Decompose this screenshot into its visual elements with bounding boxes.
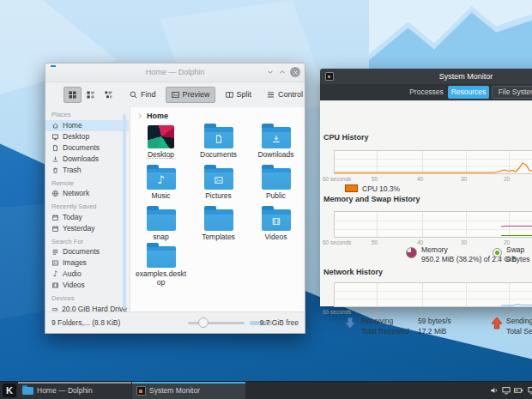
sidebar-item-desktop[interactable]: Desktop bbox=[45, 131, 129, 142]
cpu-usage-line bbox=[335, 151, 532, 173]
sidebar-item-yesterday[interactable]: Yesterday bbox=[45, 223, 129, 234]
clipped-tray-icon[interactable] bbox=[527, 385, 532, 396]
dolphin-statusbar: 9 Folders,... (8.8 KiB) 9.7 GiB free bbox=[45, 311, 305, 333]
tab-resources[interactable]: Resources bbox=[448, 86, 489, 99]
axis-60-seconds: 60 seconds bbox=[323, 240, 351, 246]
task-label: System Monitor bbox=[149, 387, 200, 395]
total-sent-label: Total Sent bbox=[506, 328, 532, 336]
folder-item-pictures[interactable]: Pictures bbox=[190, 164, 247, 205]
receiving-label: Receiving bbox=[361, 317, 393, 325]
sending-arrow-icon bbox=[491, 317, 503, 329]
dolphin-window[interactable]: Home — Dolphin Find Preview bbox=[45, 63, 305, 334]
audio-volume-icon[interactable] bbox=[489, 385, 499, 396]
folder-view[interactable]: Home Desktop Documents Downloads ♪Music … bbox=[130, 107, 305, 312]
folder-item-videos[interactable]: Videos bbox=[247, 205, 305, 246]
application-launcher-icon[interactable]: K bbox=[3, 384, 16, 397]
memory-swap-heading: Memory and Swap History bbox=[323, 196, 420, 203]
axis-20: 20 bbox=[504, 310, 510, 316]
maximize-icon[interactable] bbox=[278, 68, 287, 76]
system-monitor-window[interactable]: System Monitor Processes Resources File … bbox=[320, 69, 532, 306]
memory-swap-lines bbox=[335, 212, 532, 237]
receiving-arrow-icon bbox=[344, 317, 356, 329]
folder-icon bbox=[262, 168, 291, 190]
tab-processes[interactable]: Processes bbox=[406, 86, 447, 99]
display-icon[interactable] bbox=[501, 385, 511, 396]
folder-icon bbox=[204, 127, 233, 148]
sidebar-item-downloads[interactable]: Downloads bbox=[45, 154, 129, 165]
axis-50: 50 bbox=[372, 240, 378, 246]
icons-view-button[interactable] bbox=[63, 87, 82, 103]
folder-item-examples-desktop[interactable]: examples.desktop bbox=[132, 246, 190, 287]
compact-view-button[interactable] bbox=[82, 87, 100, 103]
axis-60-seconds: 60 seconds bbox=[323, 310, 351, 316]
axis-60-seconds: 60 seconds bbox=[323, 177, 351, 183]
sidebar-item-today[interactable]: Today bbox=[45, 212, 129, 223]
folder-icon bbox=[204, 209, 233, 231]
cpu-legend-value: 10.3% bbox=[379, 185, 400, 193]
folder-item-snap[interactable]: snap bbox=[132, 205, 190, 246]
breadcrumb-home[interactable]: Home bbox=[147, 112, 168, 120]
desktop-folder-preview-icon bbox=[148, 125, 174, 148]
dolphin-titlebar[interactable]: Home — Dolphin bbox=[45, 63, 305, 82]
folder-icon bbox=[22, 387, 33, 395]
sidebar-item-documents[interactable]: Documents bbox=[45, 142, 129, 154]
axis-50: 50 bbox=[372, 177, 378, 183]
network-history-chart bbox=[334, 282, 532, 307]
sidebar-item-home[interactable]: Home bbox=[45, 120, 129, 131]
folder-item-public[interactable]: Public bbox=[247, 164, 305, 205]
find-button[interactable]: Find bbox=[124, 87, 161, 103]
network-history-heading: Network History bbox=[323, 269, 383, 276]
folder-item-desktop[interactable]: Desktop bbox=[132, 123, 190, 164]
split-label: Split bbox=[237, 91, 252, 99]
memory-pie-icon bbox=[406, 247, 417, 258]
section-header-search-for: Search For bbox=[45, 234, 129, 247]
control-button[interactable]: Control bbox=[261, 87, 308, 103]
section-header-places: Places bbox=[45, 107, 129, 120]
split-button[interactable]: Split bbox=[220, 87, 257, 103]
memory-swap-chart bbox=[334, 211, 532, 238]
tab-file-systems[interactable]: File Systems bbox=[492, 86, 532, 99]
desktop: Home — Dolphin Find Preview bbox=[0, 0, 532, 399]
cpu-history-chart bbox=[334, 150, 532, 174]
minimize-icon[interactable] bbox=[266, 68, 275, 76]
breadcrumb[interactable]: Home bbox=[130, 107, 305, 121]
folder-item-documents[interactable]: Documents bbox=[190, 123, 247, 164]
folder-grid: Desktop Documents Downloads ♪Music Pictu… bbox=[130, 123, 305, 287]
free-space-label: 9.7 GiB free bbox=[260, 319, 299, 327]
details-view-button[interactable] bbox=[100, 87, 118, 103]
selection-summary: 9 Folders,... (8.8 KiB) bbox=[51, 319, 120, 327]
folder-item-templates[interactable]: Templates bbox=[190, 205, 247, 246]
sidebar-item-search-images[interactable]: Images bbox=[45, 257, 129, 269]
chevron-right-icon bbox=[136, 112, 143, 119]
sidebar-scrollbar[interactable] bbox=[123, 114, 126, 309]
task-dolphin[interactable]: Home — Dolphin bbox=[18, 382, 131, 399]
folder-item-downloads[interactable]: Downloads bbox=[247, 123, 305, 164]
battery-icon[interactable] bbox=[513, 385, 523, 396]
sidebar-item-network[interactable]: Network bbox=[45, 188, 129, 199]
folder-icon bbox=[147, 209, 176, 231]
memory-legend-value: 950.2 MiB (38.2%) of 2.4 GiB bbox=[421, 256, 517, 263]
axis-50: 50 bbox=[372, 310, 378, 316]
sending-label: Sending bbox=[506, 317, 532, 325]
zoom-slider-track[interactable] bbox=[188, 322, 245, 324]
system-monitor-titlebar[interactable]: System Monitor bbox=[320, 69, 532, 85]
sidebar-item-search-videos[interactable]: Videos bbox=[45, 280, 129, 291]
axis-40: 40 bbox=[417, 177, 423, 183]
music-note-icon: ♪ bbox=[51, 270, 59, 278]
task-system-monitor[interactable]: System Monitor bbox=[132, 382, 245, 399]
sidebar-item-search-audio[interactable]: ♪Audio bbox=[45, 269, 129, 280]
folder-icon: ♪ bbox=[147, 168, 176, 190]
cpu-legend-swatch bbox=[345, 184, 358, 192]
receiving-rate-value: 59 bytes/s bbox=[418, 317, 451, 325]
close-icon[interactable] bbox=[290, 67, 300, 77]
dolphin-toolbar: Find Preview Split Control bbox=[45, 82, 305, 107]
zoom-slider-knob[interactable] bbox=[198, 317, 209, 328]
axis-30: 30 bbox=[461, 177, 467, 183]
folder-item-music[interactable]: ♪Music bbox=[132, 164, 190, 205]
preview-button[interactable]: Preview bbox=[166, 87, 215, 103]
axis-20: 20 bbox=[504, 177, 510, 183]
section-header-devices: Devices bbox=[45, 291, 129, 304]
places-panel: Places Home Desktop Documents Downloads … bbox=[45, 107, 129, 312]
sidebar-item-trash[interactable]: Trash bbox=[45, 165, 129, 176]
sidebar-item-search-documents[interactable]: Documents bbox=[45, 246, 129, 257]
